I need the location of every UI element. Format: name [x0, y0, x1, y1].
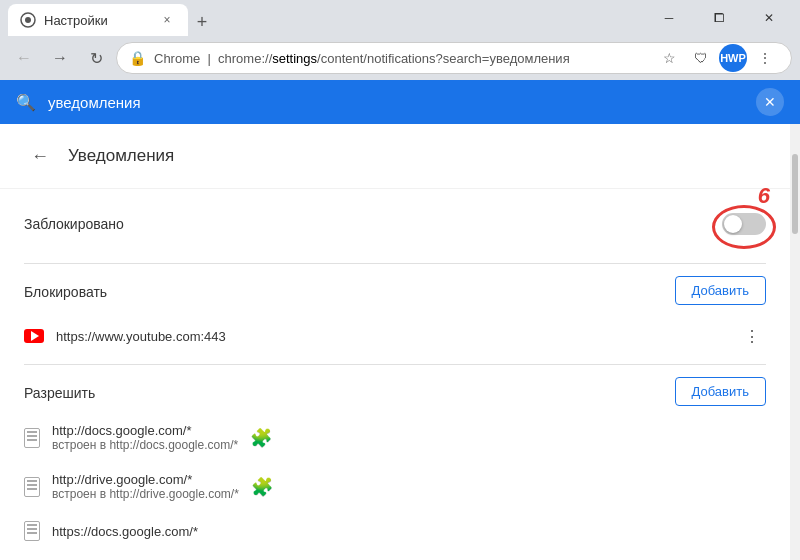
tab-title: Настройки — [44, 13, 108, 28]
site-url: https://www.youtube.com:443 — [56, 329, 726, 344]
site-info: https://docs.google.com/* — [52, 524, 198, 539]
shield-button[interactable]: 🛡 — [687, 44, 715, 72]
search-input[interactable] — [48, 94, 744, 111]
site-url-sub: встроен в http://docs.google.com/* — [52, 438, 238, 452]
tab-bar: Настройки × + — [8, 0, 216, 36]
toggle-knob — [724, 215, 742, 233]
site-url-main: http://docs.google.com/* — [52, 423, 238, 438]
site-info: http://docs.google.com/* встроен в http:… — [52, 423, 238, 452]
scrollbar[interactable] — [790, 124, 800, 560]
blocked-label: Заблокировано — [24, 216, 124, 232]
url-suffix: /content/notifications?search=уведомлени… — [317, 51, 570, 66]
scrollbar-thumb[interactable] — [792, 154, 798, 234]
search-bar: 🔍 ✕ — [0, 80, 800, 124]
site-url-main: https://docs.google.com/* — [52, 524, 198, 539]
site-menu-button[interactable]: ⋮ — [738, 322, 766, 350]
block-section-header: Блокировать Добавить — [0, 268, 790, 312]
title-bar: Настройки × + ─ ⧠ ✕ — [0, 0, 800, 36]
list-item: https://docs.google.com/* — [0, 511, 790, 551]
url-bar[interactable]: 🔒 Chrome | chrome://settings/content/not… — [116, 42, 792, 74]
search-clear-button[interactable]: ✕ — [756, 88, 784, 116]
profile-avatar[interactable]: HWP — [719, 44, 747, 72]
blocked-row: Заблокировано 6 — [24, 205, 766, 243]
list-item: http://drive.google.com/* встроен в http… — [0, 462, 790, 511]
url-right-icons: ☆ 🛡 HWP ⋮ — [655, 44, 779, 72]
allow-section: Разрешить Добавить http://docs.google.co… — [0, 369, 790, 551]
settings-favicon-icon — [20, 12, 36, 28]
url-text: Chrome | chrome://settings/content/notif… — [154, 51, 647, 66]
allow-section-label: Разрешить — [24, 373, 95, 409]
minimize-button[interactable]: ─ — [646, 0, 692, 36]
url-settings-part: settings — [272, 51, 317, 66]
divider-1 — [24, 263, 766, 264]
annotation-number: 6 — [758, 183, 770, 209]
block-add-button[interactable]: Добавить — [675, 276, 766, 305]
main-content: ← Уведомления Заблокировано 6 — [0, 124, 790, 560]
list-item: http://docs.google.com/* встроен в http:… — [0, 413, 790, 462]
menu-button[interactable]: ⋮ — [751, 44, 779, 72]
address-bar: ← → ↻ 🔒 Chrome | chrome://settings/conte… — [0, 36, 800, 80]
tab-close-button[interactable]: × — [158, 11, 176, 29]
active-tab[interactable]: Настройки × — [8, 4, 188, 36]
back-nav-button[interactable]: ← — [8, 42, 40, 74]
site-info: http://drive.google.com/* встроен в http… — [52, 472, 239, 501]
window-controls: ─ ⧠ ✕ — [646, 0, 792, 36]
allow-section-header: Разрешить Добавить — [0, 369, 790, 413]
doc-favicon-icon — [24, 428, 40, 448]
doc-favicon-icon — [24, 521, 40, 541]
doc-favicon-icon — [24, 477, 40, 497]
new-tab-button[interactable]: + — [188, 8, 216, 36]
block-section: Блокировать Добавить https://www.youtube… — [0, 268, 790, 360]
content-area: ← Уведомления Заблокировано 6 — [0, 124, 800, 560]
svg-point-1 — [25, 17, 31, 23]
blocked-toggle[interactable] — [722, 213, 766, 235]
blocked-section: Заблокировано 6 — [0, 189, 790, 259]
table-row: https://www.youtube.com:443 ⋮ — [0, 312, 790, 360]
divider-2 — [24, 364, 766, 365]
back-button[interactable]: ← — [24, 140, 56, 172]
youtube-play-icon — [31, 331, 39, 341]
youtube-favicon-icon — [24, 329, 44, 343]
reload-button[interactable]: ↻ — [80, 42, 112, 74]
bookmark-button[interactable]: ☆ — [655, 44, 683, 72]
allow-add-button[interactable]: Добавить — [675, 377, 766, 406]
url-chrome-label: Chrome | chrome:// — [154, 51, 272, 66]
forward-nav-button[interactable]: → — [44, 42, 76, 74]
block-section-label: Блокировать — [24, 272, 107, 308]
maximize-button[interactable]: ⧠ — [696, 0, 742, 36]
close-button[interactable]: ✕ — [746, 0, 792, 36]
lock-icon: 🔒 — [129, 50, 146, 66]
page-header: ← Уведомления — [0, 124, 790, 189]
site-url-sub: встроен в http://drive.google.com/* — [52, 487, 239, 501]
site-url-main: http://drive.google.com/* — [52, 472, 239, 487]
search-icon: 🔍 — [16, 93, 36, 112]
extension-puzzle-icon: 🧩 — [250, 427, 272, 449]
page-title: Уведомления — [68, 146, 174, 166]
extension-puzzle-icon: 🧩 — [251, 476, 273, 498]
toggle-wrapper: 6 — [722, 213, 766, 235]
